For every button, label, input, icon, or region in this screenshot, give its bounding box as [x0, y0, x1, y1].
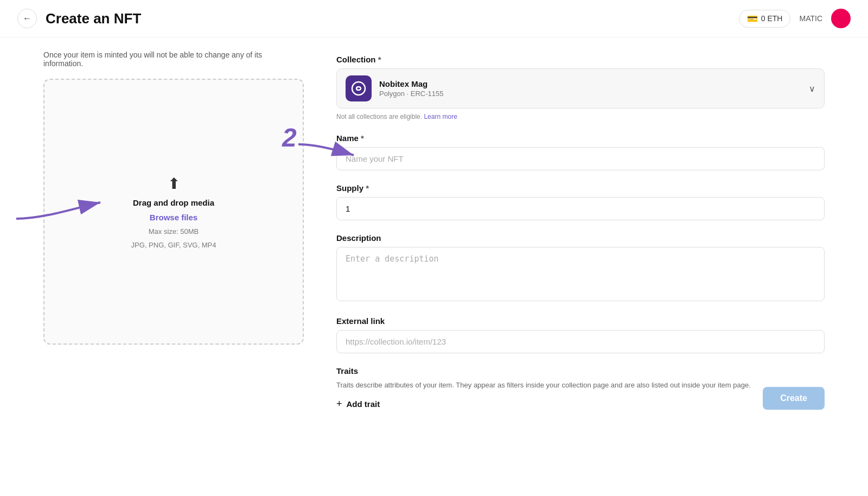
name-section: Name * [336, 133, 825, 170]
description-section: Description [336, 233, 825, 303]
drag-drop-text: Drag and drop media [133, 198, 214, 207]
collection-logo [346, 75, 372, 101]
wallet-badge[interactable]: 💳 0 ETH [739, 10, 791, 28]
svg-point-1 [352, 82, 365, 95]
left-column: Once your item is minted you will not be… [43, 50, 304, 423]
wallet-icon: 💳 [747, 14, 758, 24]
right-column: Collection * Nobitex Mag Polygon · ERC-1… [336, 50, 825, 423]
collection-label: Collection * [336, 55, 825, 64]
step-2-annotation: 2 [282, 123, 297, 152]
supply-label: Supply * [336, 183, 825, 193]
name-input[interactable] [336, 147, 825, 170]
back-arrow-icon: ← [23, 14, 31, 23]
collection-section: Collection * Nobitex Mag Polygon · ERC-1… [336, 55, 825, 120]
collection-logo-icon [351, 81, 366, 96]
wallet-balance: 0 ETH [761, 14, 783, 23]
back-button[interactable]: ← [17, 9, 37, 28]
header-right: 💳 0 ETH MATIC [739, 9, 851, 28]
avatar[interactable] [831, 9, 851, 28]
upload-area[interactable]: ⬆ Drag and drop media Browse files Max s… [43, 79, 304, 345]
description-input[interactable] [336, 247, 825, 301]
add-trait-plus-icon: + [336, 398, 342, 410]
page-subtitle: Once your item is minted you will not be… [43, 50, 304, 68]
description-label: Description [336, 233, 825, 243]
supply-required-star: * [366, 183, 369, 193]
collection-name: Nobitex Mag [379, 79, 444, 88]
traits-section: Traits Traits describe attributes of you… [336, 366, 825, 410]
page-title: Create an NFT [46, 10, 141, 27]
upload-formats-info: JPG, PNG, GIF, SVG, MP4 [131, 241, 216, 249]
collection-meta: Polygon · ERC-1155 [379, 90, 444, 98]
external-link-label: External link [336, 316, 825, 326]
name-label: Name * [336, 133, 825, 143]
traits-label: Traits [336, 366, 825, 376]
external-link-input[interactable] [336, 330, 825, 353]
external-link-section: External link [336, 316, 825, 353]
main-content: Once your item is minted you will not be… [0, 37, 868, 455]
supply-section: Supply * 1 [336, 183, 825, 220]
header: ← Create an NFT 💳 0 ETH MATIC [0, 0, 868, 37]
required-star: * [378, 55, 381, 64]
collection-note: Not all collections are eligible. Learn … [336, 113, 825, 120]
name-section-wrapper: 2 Name * [336, 133, 825, 170]
chevron-down-icon: ∨ [809, 84, 815, 94]
upload-icon: ⬆ [168, 175, 180, 193]
collection-selector[interactable]: Nobitex Mag Polygon · ERC-1155 ∨ [336, 68, 825, 109]
collection-text: Nobitex Mag Polygon · ERC-1155 [379, 79, 444, 98]
traits-description: Traits describe attributes of your item.… [336, 380, 825, 391]
add-trait-button[interactable]: + Add trait [336, 398, 380, 410]
create-button[interactable]: Create [763, 387, 825, 410]
name-required-star: * [361, 133, 364, 143]
learn-more-link[interactable]: Learn more [424, 113, 457, 120]
supply-input[interactable]: 1 [336, 197, 825, 220]
upload-size-info: Max size: 50MB [149, 227, 199, 236]
header-left: ← Create an NFT [17, 9, 141, 28]
collection-info: Nobitex Mag Polygon · ERC-1155 [346, 75, 444, 101]
add-trait-label: Add trait [347, 399, 380, 409]
network-badge: MATIC [799, 14, 822, 23]
browse-files-link[interactable]: Browse files [150, 213, 197, 222]
